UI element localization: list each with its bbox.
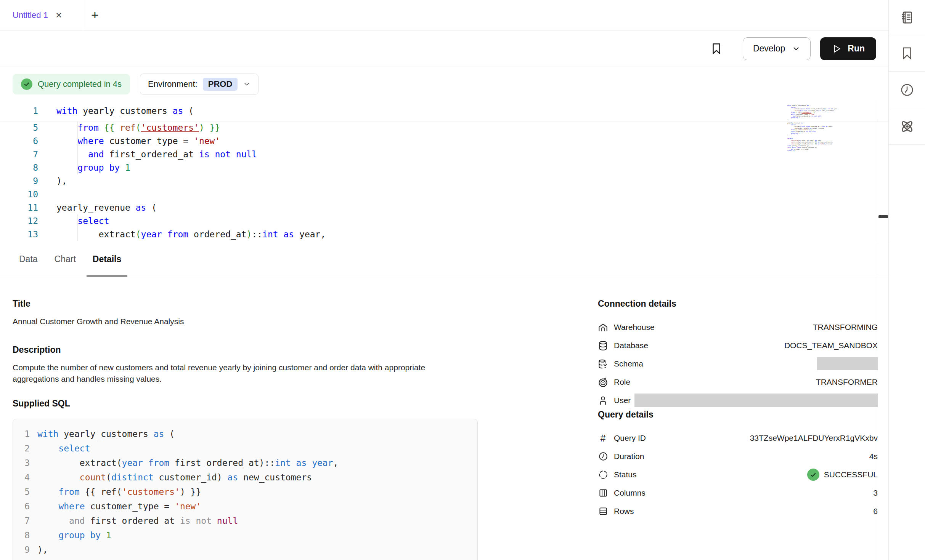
bookmark-icon — [710, 42, 723, 55]
status-value: SUCCESSFUL — [807, 469, 878, 481]
environment-selector[interactable]: Environment: PROD — [140, 74, 259, 95]
close-tab-icon[interactable]: × — [56, 10, 62, 21]
query-status-badge: Query completed in 4s — [13, 74, 130, 94]
sidebar-item-history[interactable] — [889, 72, 925, 108]
new-tab-button[interactable]: + — [83, 0, 107, 30]
details-pane: Title Annual Customer Growth and Revenue… — [0, 277, 888, 560]
status-row: Query completed in 4s Environment: PROD — [0, 67, 888, 101]
sql-editor[interactable]: 1with yearly_customers as ( 5 from {{ re… — [0, 101, 888, 241]
connection-row-role: Role TRANSFORMER — [598, 373, 878, 391]
query-tab-untitled-1[interactable]: Untitled 1 × — [0, 0, 83, 30]
tab-data[interactable]: Data — [19, 241, 38, 277]
sidebar-item-bookmarks[interactable] — [889, 35, 925, 72]
lineage-icon — [899, 118, 915, 134]
connection-row-database: Database DOCS_TEAM_SANDBOX — [598, 336, 878, 355]
query-row-columns: Columns 3 — [598, 484, 878, 502]
bookmark-icon — [900, 46, 914, 61]
sidebar-item-lineage[interactable] — [889, 108, 925, 145]
tab-details[interactable]: Details — [93, 241, 121, 277]
editor-code-lines[interactable]: 5 from {{ ref('customers') }}6 where cus… — [0, 121, 888, 241]
query-row-duration: Duration 4s — [598, 447, 878, 466]
develop-dropdown-button[interactable]: Develop — [743, 37, 811, 60]
editor-sticky-line: 1with yearly_customers as ( — [0, 101, 888, 121]
chevron-down-icon — [243, 80, 251, 88]
content-scrollbar[interactable] — [878, 101, 888, 560]
main-panel: Untitled 1 × + Develop Ru — [0, 0, 888, 560]
query-row-rows: Rows 6 — [598, 502, 878, 520]
connection-details-heading: Connection details — [598, 299, 878, 309]
success-check-icon — [807, 469, 819, 481]
query-row-id: # Query ID 33TZseWpe1ALFDUYerxR1gVKxbv — [598, 429, 878, 447]
check-circle-icon — [21, 78, 32, 90]
query-status-text: Query completed in 4s — [38, 79, 122, 89]
query-row-status: Status SUCCESSFUL — [598, 466, 878, 484]
app-window: Untitled 1 × + Develop Ru — [0, 0, 925, 560]
tab-bar: Untitled 1 × + — [0, 0, 888, 30]
duration-value: 4s — [869, 452, 878, 461]
connection-row-warehouse: Warehouse TRANSFORMING — [598, 318, 878, 336]
develop-label: Develop — [753, 43, 785, 54]
history-clock-icon — [900, 83, 914, 97]
role-value: TRANSFORMER — [816, 378, 878, 387]
tab-title: Untitled 1 — [13, 10, 48, 20]
columns-icon — [598, 488, 608, 498]
result-tab-bar: Data Chart Details — [0, 241, 888, 277]
warehouse-value: TRANSFORMING — [813, 323, 878, 332]
connection-row-user: User — [598, 391, 878, 410]
warehouse-icon — [598, 322, 608, 333]
description-value: Compute the number of new customers and … — [13, 362, 466, 385]
database-icon — [598, 341, 608, 351]
query-id-value: 33TZseWpe1ALFDUYerxR1gVKxbv — [750, 434, 878, 443]
database-value: DOCS_TEAM_SANDBOX — [784, 341, 878, 350]
clock-icon — [598, 451, 608, 461]
run-button[interactable]: Run — [820, 37, 876, 60]
toolbar: Develop Run — [0, 30, 888, 67]
rows-value: 6 — [873, 507, 878, 516]
schema-icon — [598, 359, 608, 369]
play-icon — [832, 44, 841, 54]
role-target-icon — [598, 377, 608, 387]
columns-value: 3 — [873, 488, 878, 498]
notebook-icon — [899, 10, 915, 25]
user-icon — [598, 395, 608, 406]
editor-minimap[interactable]: with yearly_customers as ( select extrac… — [787, 105, 837, 152]
bookmark-button[interactable] — [710, 42, 723, 55]
sidebar-item-catalog[interactable] — [889, 0, 925, 35]
environment-label: Environment: — [148, 79, 198, 89]
tab-chart[interactable]: Chart — [55, 241, 76, 277]
run-label: Run — [848, 43, 865, 54]
supplied-sql-code-block: 1with yearly_customers as (2 select3 ext… — [13, 419, 478, 560]
scrollbar-thumb[interactable] — [878, 215, 888, 218]
hash-icon: # — [598, 433, 608, 444]
spinner-icon — [598, 470, 608, 480]
query-details-heading: Query details — [598, 410, 878, 420]
rows-icon — [598, 506, 608, 516]
environment-value-pill: PROD — [203, 78, 238, 91]
user-value-redacted — [634, 394, 878, 407]
connection-row-schema: Schema — [598, 355, 878, 373]
right-sidebar — [888, 0, 925, 560]
schema-value-redacted — [817, 357, 878, 370]
chevron-down-icon — [792, 45, 800, 53]
details-right-column: Connection details Warehouse TRANSFORMIN… — [598, 299, 878, 520]
